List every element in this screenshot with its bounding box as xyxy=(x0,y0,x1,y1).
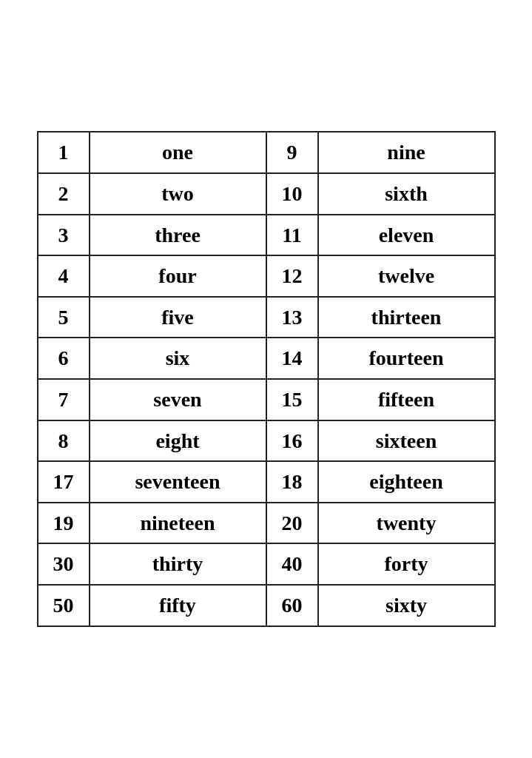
word-cell: eleven xyxy=(318,215,495,256)
table-row: 6six14fourteen xyxy=(38,338,495,379)
word-cell: sixty xyxy=(318,585,495,626)
number-cell: 14 xyxy=(266,338,318,379)
number-cell: 18 xyxy=(266,461,318,503)
word-cell: sixth xyxy=(318,173,495,215)
number-cell: 15 xyxy=(266,379,318,420)
table-row: 5five13thirteen xyxy=(38,297,495,338)
word-cell: eighteen xyxy=(318,461,495,503)
table-row: 1one9nine xyxy=(38,132,495,173)
word-cell: forty xyxy=(318,543,495,585)
table-row: 4four12twelve xyxy=(38,255,495,297)
table-row: 17seventeen18eighteen xyxy=(38,461,495,503)
number-cell: 20 xyxy=(266,503,318,544)
word-cell: six xyxy=(90,338,266,379)
word-cell: sixteen xyxy=(318,420,495,462)
number-cell: 60 xyxy=(266,585,318,626)
word-cell: seventeen xyxy=(90,461,266,503)
number-cell: 4 xyxy=(38,255,90,297)
word-cell: nineteen xyxy=(90,503,266,544)
number-cell: 30 xyxy=(38,543,90,585)
number-cell: 17 xyxy=(38,461,90,503)
word-cell: thirty xyxy=(90,543,266,585)
word-cell: seven xyxy=(90,379,266,420)
word-cell: one xyxy=(90,132,266,173)
number-cell: 8 xyxy=(38,420,90,462)
word-cell: twelve xyxy=(318,255,495,297)
word-cell: four xyxy=(90,255,266,297)
number-cell: 50 xyxy=(38,585,90,626)
number-cell: 10 xyxy=(266,173,318,215)
word-cell: fifteen xyxy=(318,379,495,420)
table-row: 2two10sixth xyxy=(38,173,495,215)
word-cell: eight xyxy=(90,420,266,462)
number-cell: 1 xyxy=(38,132,90,173)
table-row: 30thirty40forty xyxy=(38,543,495,585)
numbers-table: 1one9nine2two10sixth3three11eleven4four1… xyxy=(37,131,496,626)
number-cell: 7 xyxy=(38,379,90,420)
word-cell: two xyxy=(90,173,266,215)
word-cell: twenty xyxy=(318,503,495,544)
number-cell: 13 xyxy=(266,297,318,338)
number-cell: 5 xyxy=(38,297,90,338)
number-cell: 12 xyxy=(266,255,318,297)
number-cell: 6 xyxy=(38,338,90,379)
number-cell: 3 xyxy=(38,215,90,256)
number-cell: 9 xyxy=(266,132,318,173)
table-row: 19nineteen20twenty xyxy=(38,503,495,544)
number-cell: 19 xyxy=(38,503,90,544)
table-row: 8eight16sixteen xyxy=(38,420,495,462)
word-cell: nine xyxy=(318,132,495,173)
number-cell: 16 xyxy=(266,420,318,462)
page-wrapper: 1one9nine2two10sixth3three11eleven4four1… xyxy=(22,116,511,641)
word-cell: thirteen xyxy=(318,297,495,338)
number-cell: 40 xyxy=(266,543,318,585)
word-cell: three xyxy=(90,215,266,256)
number-cell: 11 xyxy=(266,215,318,256)
number-cell: 2 xyxy=(38,173,90,215)
table-row: 7seven15fifteen xyxy=(38,379,495,420)
table-row: 3three11eleven xyxy=(38,215,495,256)
table-row: 50fifty60sixty xyxy=(38,585,495,626)
word-cell: five xyxy=(90,297,266,338)
word-cell: fourteen xyxy=(318,338,495,379)
word-cell: fifty xyxy=(90,585,266,626)
